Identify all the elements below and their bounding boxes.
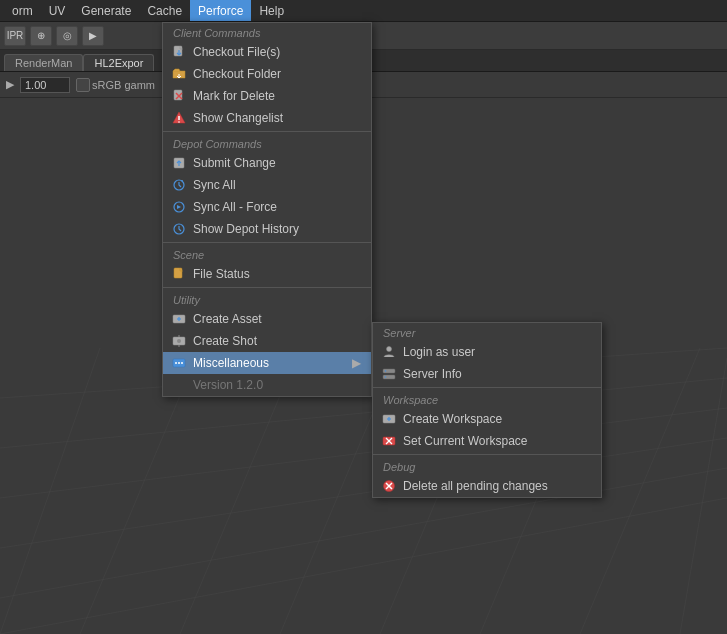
submit-change-item[interactable]: Submit Change bbox=[163, 152, 371, 174]
create-shot-label: Create Shot bbox=[193, 334, 257, 348]
menu-orm[interactable]: orm bbox=[4, 0, 41, 21]
misc-icon bbox=[171, 355, 187, 371]
submit-change-icon bbox=[171, 155, 187, 171]
create-shot-icon bbox=[171, 333, 187, 349]
sync-force-icon bbox=[171, 199, 187, 215]
login-user-icon bbox=[381, 344, 397, 360]
toolbar-btn2[interactable]: ⊕ bbox=[30, 26, 52, 46]
svg-point-37 bbox=[175, 362, 177, 364]
checkout-folder-label: Checkout Folder bbox=[193, 67, 281, 81]
menu-help[interactable]: Help bbox=[251, 0, 292, 21]
utility-label: Utility bbox=[163, 290, 371, 308]
file-status-item[interactable]: File Status bbox=[163, 263, 371, 285]
show-changelist-label: Show Changelist bbox=[193, 111, 283, 125]
delete-pending-label: Delete all pending changes bbox=[403, 479, 548, 493]
login-as-user-item[interactable]: Login as user bbox=[373, 341, 601, 363]
show-depot-history-item[interactable]: Show Depot History bbox=[163, 218, 371, 240]
set-workspace-icon bbox=[381, 433, 397, 449]
svg-point-43 bbox=[385, 370, 387, 372]
submit-change-label: Submit Change bbox=[193, 156, 276, 170]
checkout-file-label: Checkout File(s) bbox=[193, 45, 280, 59]
value-input[interactable] bbox=[20, 77, 70, 93]
mark-delete-item[interactable]: Mark for Delete bbox=[163, 85, 371, 107]
svg-point-39 bbox=[181, 362, 183, 364]
svg-line-13 bbox=[680, 358, 727, 634]
mark-delete-icon bbox=[171, 88, 187, 104]
version-label: Version 1.2.0 bbox=[193, 378, 263, 392]
svg-line-3 bbox=[0, 438, 727, 548]
version-icon bbox=[171, 377, 187, 393]
svg-line-5 bbox=[0, 498, 727, 634]
depot-history-icon bbox=[171, 221, 187, 237]
value-label: ▶ bbox=[6, 78, 14, 91]
create-asset-item[interactable]: Create Asset bbox=[163, 308, 371, 330]
menu-perforce[interactable]: Perforce bbox=[190, 0, 251, 21]
show-changelist-item[interactable]: Show Changelist bbox=[163, 107, 371, 129]
checkout-folder-item[interactable]: Checkout Folder bbox=[163, 63, 371, 85]
create-workspace-item[interactable]: Create Workspace bbox=[373, 408, 601, 430]
miscellaneous-item[interactable]: Miscellaneous ▶ bbox=[163, 352, 371, 374]
colorspace-label: sRGB gamm bbox=[92, 79, 155, 91]
create-shot-item[interactable]: Create Shot bbox=[163, 330, 371, 352]
divider2 bbox=[163, 242, 371, 243]
menu-bar: orm UV Generate Cache Perforce Help bbox=[0, 0, 727, 22]
delete-pending-item[interactable]: Delete all pending changes bbox=[373, 475, 601, 497]
misc-arrow-icon: ▶ bbox=[352, 356, 361, 370]
svg-line-4 bbox=[0, 468, 727, 598]
depot-commands-label: Depot Commands bbox=[163, 134, 371, 152]
sync-all-force-item[interactable]: Sync All - Force bbox=[163, 196, 371, 218]
menu-generate[interactable]: Generate bbox=[73, 0, 139, 21]
divider1 bbox=[163, 131, 371, 132]
server-info-label: Server Info bbox=[403, 367, 462, 381]
server-info-item[interactable]: Server Info bbox=[373, 363, 601, 385]
svg-line-2 bbox=[0, 408, 727, 498]
svg-point-38 bbox=[178, 362, 180, 364]
sync-all-force-label: Sync All - Force bbox=[193, 200, 277, 214]
file-status-label: File Status bbox=[193, 267, 250, 281]
debug-section-label: Debug bbox=[373, 457, 601, 475]
svg-point-44 bbox=[385, 376, 387, 378]
menu-uv[interactable]: UV bbox=[41, 0, 74, 21]
toolbar-btn4[interactable]: ▶ bbox=[82, 26, 104, 46]
scene-label: Scene bbox=[163, 245, 371, 263]
create-workspace-icon bbox=[381, 411, 397, 427]
show-depot-history-label: Show Depot History bbox=[193, 222, 299, 236]
server-info-icon bbox=[381, 366, 397, 382]
miscellaneous-label: Miscellaneous bbox=[193, 356, 269, 370]
workspace-section-label: Workspace bbox=[373, 390, 601, 408]
server-section-label: Server bbox=[373, 323, 601, 341]
tab-hl2export[interactable]: HL2Expor bbox=[83, 54, 154, 71]
login-as-user-label: Login as user bbox=[403, 345, 475, 359]
perforce-dropdown: Client Commands Checkout File(s) Checkou… bbox=[162, 22, 372, 397]
sync-all-label: Sync All bbox=[193, 178, 236, 192]
toolbar-btn3[interactable]: ◎ bbox=[56, 26, 78, 46]
sync-all-icon bbox=[171, 177, 187, 193]
file-status-icon bbox=[171, 266, 187, 282]
svg-line-6 bbox=[0, 348, 100, 634]
svg-point-40 bbox=[387, 347, 392, 352]
svg-rect-28 bbox=[174, 268, 182, 278]
divider3 bbox=[163, 287, 371, 288]
delete-pending-icon bbox=[381, 478, 397, 494]
svg-point-33 bbox=[177, 339, 181, 343]
show-changelist-icon bbox=[171, 110, 187, 126]
submenu-divider1 bbox=[373, 387, 601, 388]
version-item: Version 1.2.0 bbox=[163, 374, 371, 396]
set-current-workspace-item[interactable]: Set Current Workspace bbox=[373, 430, 601, 452]
menu-cache[interactable]: Cache bbox=[139, 0, 190, 21]
checkout-file-icon bbox=[171, 44, 187, 60]
create-workspace-label: Create Workspace bbox=[403, 412, 502, 426]
client-commands-label: Client Commands bbox=[163, 23, 371, 41]
tab-renderman[interactable]: RenderMan bbox=[4, 54, 83, 71]
colorspace-btn[interactable]: sRGB gamm bbox=[76, 78, 155, 92]
sync-all-item[interactable]: Sync All bbox=[163, 174, 371, 196]
set-current-workspace-label: Set Current Workspace bbox=[403, 434, 528, 448]
checkout-file-item[interactable]: Checkout File(s) bbox=[163, 41, 371, 63]
svg-point-22 bbox=[178, 121, 180, 123]
submenu-divider2 bbox=[373, 454, 601, 455]
miscellaneous-submenu: Server Login as user Server Info Workspa… bbox=[372, 322, 602, 498]
create-asset-icon bbox=[171, 311, 187, 327]
mark-delete-label: Mark for Delete bbox=[193, 89, 275, 103]
toolbar-ipr-btn[interactable]: IPR bbox=[4, 26, 26, 46]
create-asset-label: Create Asset bbox=[193, 312, 262, 326]
